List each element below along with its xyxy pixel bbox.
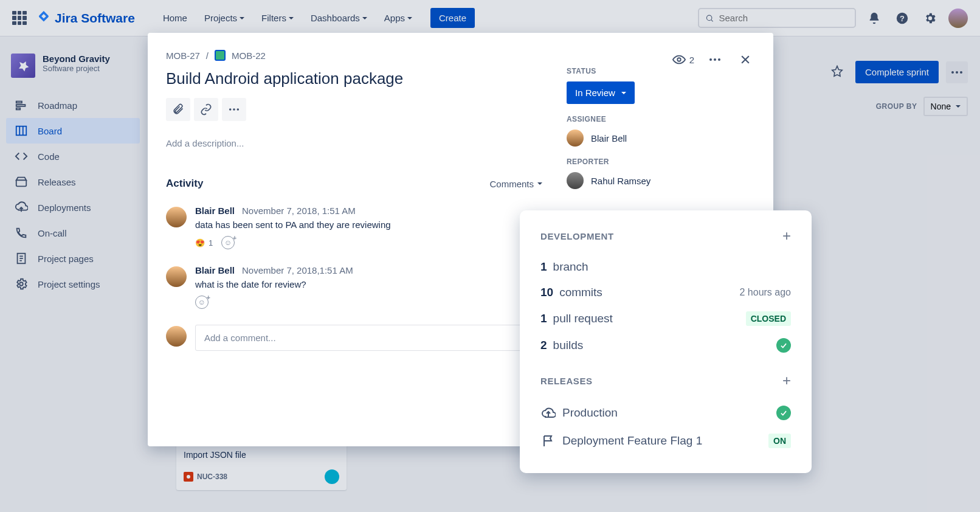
comment: Blair Bell November 7, 2018,1:51 AM what… [166,265,542,309]
development-panel: DEVELOPMENT + 1branch 10commits 2 hours … [520,210,812,473]
assignee-label: ASSIGNEE [567,115,755,123]
success-icon [776,406,791,420]
watch-button[interactable]: 2 [672,53,694,66]
activity-filter[interactable]: Comments [489,179,542,189]
comment-avatar [166,266,187,287]
reporter-label: REPORTER [567,157,755,166]
issue-more-button[interactable] [222,98,246,121]
svg-point-20 [709,58,712,61]
dev-builds[interactable]: 2builds [540,332,791,359]
reaction[interactable]: 😍1 [195,238,213,247]
flag-status-badge: ON [768,434,791,448]
close-button[interactable] [736,50,755,69]
activity-heading: Activity [166,178,203,190]
dev-pull-requests[interactable]: 1pull request CLOSED [540,305,791,332]
link-icon [200,103,212,116]
development-heading: DEVELOPMENT [540,231,614,241]
svg-point-19 [677,58,681,61]
comment-text: what is the date for review? [195,279,542,289]
reporter-avatar [567,172,584,189]
comment: Blair Bell November 7, 2018, 1:51 AM dat… [166,206,542,249]
issue-key-link[interactable]: MOB-22 [232,50,266,61]
comment-avatar [166,207,187,227]
add-reaction-button[interactable]: ☺ [195,296,209,309]
chevron-down-icon [537,182,542,185]
cloud-upload-icon [540,405,556,421]
current-user-avatar [166,326,187,347]
eye-icon [672,53,686,66]
attachment-icon [172,103,184,116]
story-icon [215,50,226,61]
pr-status-badge: CLOSED [746,311,791,326]
comment-time: November 7, 2018,1:51 AM [242,265,353,275]
releases-heading: RELEASES [540,376,593,386]
more-actions-button[interactable] [705,50,725,69]
status-dropdown[interactable]: In Review [567,81,635,104]
comment-author[interactable]: Blair Bell [195,206,235,216]
add-reaction-button[interactable]: ☺ [221,236,235,249]
svg-point-25 [229,108,232,111]
comment-time: November 7, 2018, 1:51 AM [242,206,356,216]
chevron-down-icon [621,92,626,94]
breadcrumb: MOB-27 / MOB-22 [166,50,542,61]
comment-text: data has been sent to PA and they are re… [195,220,542,230]
dev-commits[interactable]: 10commits 2 hours ago [540,280,791,305]
assignee-field[interactable]: Blair Bell [567,130,755,147]
release-production[interactable]: Production [540,399,791,427]
watch-count: 2 [689,55,694,65]
feature-flag[interactable]: Deployment Feature Flag 1 ON [540,427,791,455]
add-release-button[interactable]: + [782,373,791,388]
reporter-field[interactable]: Rahul Ramsey [567,172,755,189]
assignee-avatar [567,130,584,147]
assignee-name: Blair Bell [591,133,627,144]
svg-point-22 [718,58,720,61]
link-button[interactable] [194,98,218,121]
parent-issue-link[interactable]: MOB-27 [166,50,200,61]
issue-title[interactable]: Build Android application package [166,69,542,88]
success-icon [776,338,791,353]
flag-icon [540,433,556,449]
add-development-button[interactable]: + [782,229,791,243]
dev-branches[interactable]: 1branch [540,254,791,280]
reporter-name: Rahul Ramsey [591,176,650,186]
commits-time: 2 hours ago [739,287,791,298]
attach-button[interactable] [166,98,190,121]
svg-point-27 [237,108,240,111]
svg-point-21 [714,58,716,61]
svg-point-26 [233,108,235,111]
description-field[interactable]: Add a description... [166,138,542,148]
comment-input[interactable]: Add a comment... [195,325,542,351]
comment-author[interactable]: Blair Bell [195,265,235,275]
